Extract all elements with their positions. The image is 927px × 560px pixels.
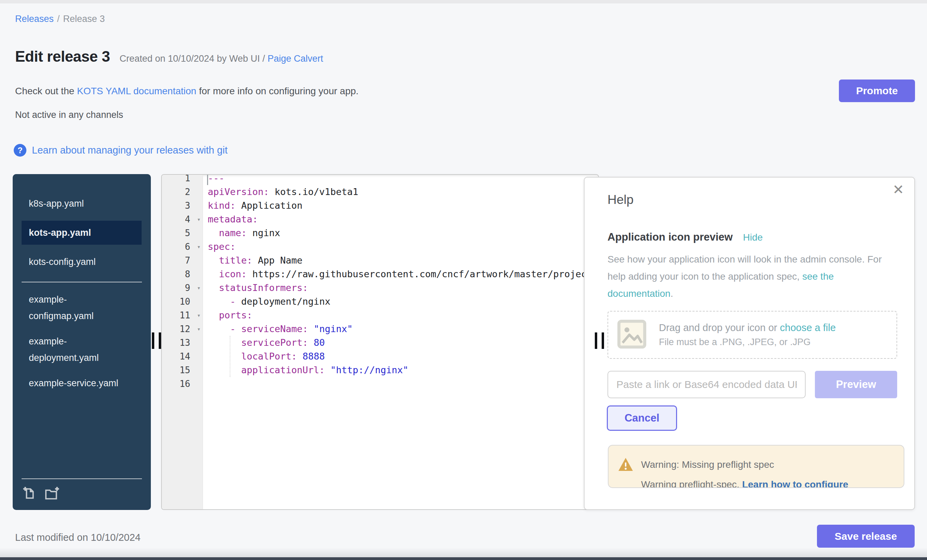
code-line[interactable]: applicationUrl: "http://nginx" [203,363,598,377]
new-folder-icon[interactable] [44,485,60,502]
fold-arrow-icon[interactable]: ▾ [197,308,201,322]
warning-triangle-icon [618,457,634,473]
bottom-fade [0,548,927,557]
text-cursor [207,175,208,185]
doc-hint-suffix: for more info on configuring your app. [196,86,359,96]
code-line[interactable]: apiVersion: kots.io/v1beta1 [203,185,598,199]
last-modified-label: Last modified on 10/10/2024 [15,532,141,543]
code-line[interactable]: - serviceName: "nginx" [203,322,598,336]
sidebar-resize-handle[interactable] [152,332,161,349]
yaml-editor[interactable]: 1234▾56▾789▾1011▾12▾13141516 ---apiVersi… [161,174,599,510]
help-resize-handle[interactable] [595,332,604,349]
edit-release-page: Releases/Release 3 Edit release 3 Create… [0,0,927,560]
line-number: 6▾ [162,240,203,253]
preflight-warning-box: Warning: Missing preflight spec Warning … [608,445,904,488]
line-number: 16 [162,377,203,391]
sidebar-item-example-service-yaml[interactable]: example-service.yaml [13,375,126,392]
line-number: 4▾ [162,212,203,226]
kots-yaml-doc-link[interactable]: KOTS YAML documentation [77,86,196,96]
description-period: . [670,288,673,299]
code-line[interactable]: metadata: [203,212,598,226]
code-line[interactable]: spec: [203,240,598,253]
sidebar-item-kots-config-yaml[interactable]: kots-config.yaml [13,253,126,270]
code-line[interactable]: localPort: 8888 [203,349,598,363]
dropzone-text: Drag and drop your icon or [659,322,780,333]
save-release-button[interactable]: Save release [817,525,915,548]
question-circle-icon: ? [14,144,26,156]
line-number: 13 [162,336,203,349]
dropzone-requirements: File must be a .PNG, .JPEG, or .JPG [659,337,836,348]
code-line[interactable]: name: nginx [203,226,598,240]
warning-detail-text: Warning preflight-spec. [641,479,742,488]
code-line[interactable]: - deployment/nginx [203,295,598,308]
code-line[interactable]: title: App Name [203,253,598,267]
sidebar-item-kots-app-yaml[interactable]: kots-app.yaml [21,221,141,245]
top-strip [0,0,927,3]
sidebar-bottom [13,467,151,510]
channel-status: Not active in any channels [15,110,123,120]
breadcrumb: Releases/Release 3 [15,14,105,24]
main-area: k8s-app.yamlkots-app.yamlkots-config.yam… [13,174,915,510]
fold-arrow-icon[interactable]: ▾ [197,322,201,336]
cancel-button[interactable]: Cancel [607,405,677,431]
file-sidebar: k8s-app.yamlkots-app.yamlkots-config.yam… [13,174,151,510]
image-placeholder-icon [617,319,647,350]
icon-url-input[interactable] [608,371,805,398]
bottom-bar [0,557,927,560]
git-releases-link[interactable]: Learn about managing your releases with … [32,145,228,156]
line-number: 11▾ [162,308,203,322]
help-panel-title: Help [608,193,634,207]
header-row: Edit release 3 Created on 10/10/2024 by … [15,48,323,65]
code-line[interactable]: statusInformers: [203,281,598,295]
git-help-row[interactable]: ? Learn about managing your releases wit… [14,144,228,156]
line-number: 5 [162,226,203,240]
sidebar-item-example-configmap-yaml[interactable]: example-configmap.yaml [13,291,126,324]
line-number: 1 [162,174,203,185]
line-number: 9▾ [162,281,203,295]
created-text: Created on 10/10/2024 by Web UI / [120,53,268,64]
code-line[interactable]: servicePort: 80 [203,336,598,349]
new-file-icon[interactable] [21,485,37,502]
promote-button[interactable]: Promote [839,79,915,102]
author-link[interactable]: Paige Calvert [268,53,323,64]
line-number: 12▾ [162,322,203,336]
breadcrumb-releases-link[interactable]: Releases [15,14,54,24]
doc-hint-prefix: Check out the [15,86,77,96]
preview-button[interactable]: Preview [815,371,897,398]
breadcrumb-separator: / [54,14,64,24]
line-number: 7 [162,253,203,267]
page-title: Edit release 3 [15,48,110,65]
line-number: 2 [162,185,203,199]
breadcrumb-current: Release 3 [63,14,105,24]
code-line[interactable]: ports: [203,308,598,322]
warning-detail: Warning preflight-spec. Learn how to con… [641,479,848,488]
sidebar-item-example-deployment-yaml[interactable]: example-deployment.yaml [13,333,126,366]
fold-arrow-icon[interactable]: ▾ [197,240,201,253]
line-number: 3 [162,199,203,212]
sidebar-divider [21,282,142,282]
choose-file-link[interactable]: choose a file [780,322,836,333]
fold-arrow-icon[interactable]: ▾ [197,281,201,295]
editor-code-area[interactable]: ---apiVersion: kots.io/v1beta1kind: Appl… [203,175,598,509]
line-number: 14 [162,349,203,363]
code-line[interactable] [203,377,598,391]
line-number: 10 [162,295,203,308]
icon-dropzone[interactable]: Drag and drop your icon or choose a file… [608,311,897,359]
icon-preview-description: See how your application icon will look … [608,251,889,302]
code-line[interactable]: --- [203,175,598,185]
indent-guide [230,336,230,377]
learn-how-to-configure-link[interactable]: Learn how to configure [742,479,848,488]
warning-title: Warning: Missing preflight spec [641,459,774,470]
sidebar-item-k8s-app-yaml[interactable]: k8s-app.yaml [13,195,126,212]
description-text: See how your application icon will look … [608,254,882,282]
fold-arrow-icon[interactable]: ▾ [197,212,201,226]
hide-link[interactable]: Hide [743,232,763,243]
close-icon[interactable]: ✕ [892,182,904,197]
editor-gutter: 1234▾56▾789▾1011▾12▾13141516 [162,175,203,509]
icon-preview-title: Application icon preview [608,231,732,243]
file-list: k8s-app.yamlkots-app.yamlkots-config.yam… [13,174,151,392]
code-line[interactable]: kind: Application [203,199,598,212]
code-line[interactable]: icon: https://raw.githubusercontent.com/… [203,267,598,281]
doc-hint-line: Check out the KOTS YAML documentation fo… [15,86,359,97]
line-number: 15 [162,363,203,377]
